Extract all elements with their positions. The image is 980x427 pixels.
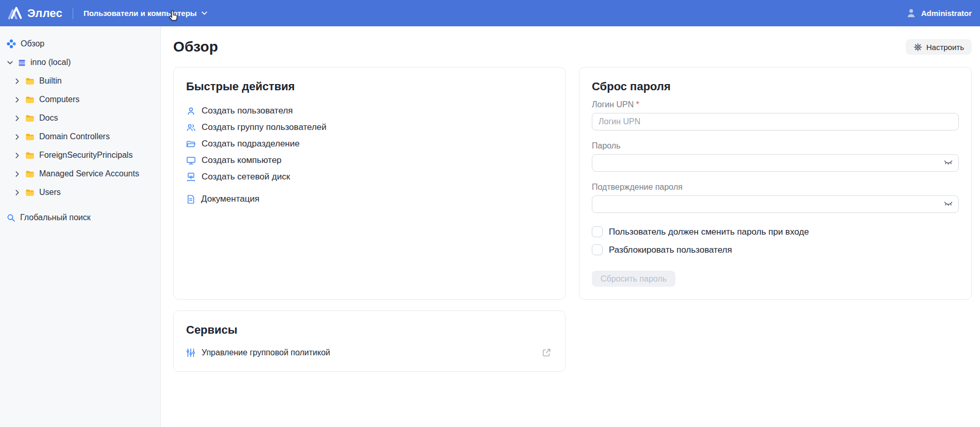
- folder-icon: [25, 96, 35, 104]
- user-avatar-icon: [906, 8, 917, 19]
- required-asterisk: *: [636, 100, 639, 109]
- sidebar-item-builtin[interactable]: Builtin: [0, 72, 160, 90]
- document-icon: [186, 194, 195, 204]
- chevron-down-icon: [201, 10, 208, 17]
- services-card: Сервисы Управление групповой политикой: [173, 310, 566, 372]
- tree-item-label: Users: [39, 188, 61, 197]
- tree-item-label: Managed Service Accounts: [39, 169, 139, 178]
- logo-text: Эллес: [27, 7, 62, 20]
- sidebar-item-global-search[interactable]: Глобальный поиск: [0, 208, 160, 227]
- must-change-password-checkbox[interactable]: [592, 226, 603, 237]
- unlock-user-checkbox[interactable]: [592, 244, 603, 255]
- user-name-label: Administrator: [921, 9, 972, 18]
- sidebar-item-computers[interactable]: Computers: [0, 90, 160, 109]
- folder-icon: [25, 114, 35, 122]
- checkbox-label: Пользователь должен сменить пароль при в…: [609, 227, 809, 237]
- tree-item-label: Docs: [39, 113, 58, 123]
- top-bar: Эллес Пользователи и компьютеры Administ…: [0, 0, 980, 26]
- tree-item-label: Computers: [39, 95, 79, 104]
- unlock-user-checkbox-row[interactable]: Разблокировать пользователя: [592, 244, 959, 255]
- eye-closed-icon: [944, 160, 953, 167]
- gear-icon: [913, 43, 922, 52]
- group-policy-service-link[interactable]: Управление групповой политикой: [186, 347, 553, 359]
- folder-icon: [25, 77, 35, 85]
- create-network-drive-link[interactable]: Создать сетевой диск: [186, 169, 553, 185]
- app-switcher-dropdown[interactable]: Пользователи и компьютеры: [84, 9, 208, 18]
- quick-action-label: Создать сетевой диск: [202, 172, 290, 182]
- user-menu[interactable]: Administrator: [906, 8, 972, 19]
- folder-icon: [25, 170, 35, 178]
- sidebar-item-overview[interactable]: Обзор: [0, 35, 160, 53]
- sidebar: Обзор inno (local) Builtin Computers Doc…: [0, 26, 161, 427]
- folder-icon: [25, 189, 35, 196]
- services-title: Сервисы: [186, 323, 553, 337]
- quick-action-label: Создать группу пользователей: [202, 122, 326, 133]
- documentation-link[interactable]: Документация: [186, 191, 553, 207]
- main-content: Обзор Настроить Быстрые действия: [161, 26, 980, 427]
- password-input[interactable]: [592, 154, 959, 172]
- quick-action-label: Создать пользователя: [202, 106, 293, 116]
- quick-actions-card: Быстрые действия Создать пользователя Со…: [173, 67, 566, 300]
- create-computer-link[interactable]: Создать компьютер: [186, 152, 553, 169]
- checkbox-label: Разблокировать пользователя: [609, 245, 732, 255]
- domain-icon: [18, 59, 26, 67]
- configure-button-label: Настроить: [926, 43, 964, 52]
- quick-action-label: Документация: [201, 194, 259, 204]
- overview-dots-icon: [7, 39, 16, 48]
- confirm-password-label: Подтверждение пароля: [592, 183, 959, 192]
- app-switcher-label: Пользователи и компьютеры: [84, 9, 197, 18]
- app-logo: Эллес: [7, 6, 62, 21]
- sidebar-item-domain-controllers[interactable]: Domain Controllers: [0, 127, 160, 146]
- page-title: Обзор: [173, 39, 218, 55]
- reset-password-button[interactable]: Сбросить пароль: [592, 271, 675, 287]
- quick-action-label: Создать подразделение: [202, 139, 300, 149]
- chevron-right-icon[interactable]: [14, 96, 21, 103]
- toggle-confirm-visibility-button[interactable]: [943, 200, 954, 209]
- chevron-right-icon[interactable]: [14, 134, 21, 140]
- chevron-right-icon[interactable]: [14, 115, 21, 122]
- service-label: Управление групповой политикой: [202, 348, 330, 357]
- folder-icon: [25, 133, 35, 141]
- chevron-right-icon[interactable]: [14, 152, 21, 159]
- open-folder-icon: [186, 140, 196, 149]
- chevron-down-icon[interactable]: [7, 59, 13, 66]
- user-group-icon: [186, 123, 196, 133]
- create-user-group-link[interactable]: Создать группу пользователей: [186, 119, 553, 136]
- toggle-password-visibility-button[interactable]: [943, 159, 954, 168]
- folder-icon: [25, 152, 35, 159]
- chevron-right-icon[interactable]: [14, 171, 21, 177]
- create-user-link[interactable]: Создать пользователя: [186, 103, 553, 119]
- upn-input[interactable]: [592, 113, 959, 130]
- must-change-password-checkbox-row[interactable]: Пользователь должен сменить пароль при в…: [592, 226, 959, 237]
- sliders-icon: [186, 348, 195, 357]
- sidebar-item-managed-service-accounts[interactable]: Managed Service Accounts: [0, 165, 160, 183]
- logo-icon: [7, 6, 23, 21]
- quick-actions-title: Быстрые действия: [186, 80, 553, 93]
- sidebar-item-foreign-security-principals[interactable]: ForeignSecurityPrincipals: [0, 146, 160, 165]
- upn-label: Логин UPN *: [592, 100, 959, 109]
- global-search-label: Глобальный поиск: [20, 213, 91, 222]
- user-icon: [186, 106, 196, 116]
- password-reset-title: Сброс пароля: [592, 80, 959, 93]
- password-reset-card: Сброс пароля Логин UPN * Пароль Подтверж…: [579, 67, 972, 300]
- network-drive-icon: [186, 172, 196, 182]
- sidebar-item-docs[interactable]: Docs: [0, 109, 160, 127]
- quick-action-label: Создать компьютер: [202, 155, 281, 166]
- tree-item-label: Domain Controllers: [39, 132, 110, 141]
- confirm-password-input[interactable]: [592, 195, 959, 213]
- tree-item-label: ForeignSecurityPrincipals: [39, 151, 132, 160]
- sidebar-item-users[interactable]: Users: [0, 183, 160, 202]
- tree-item-label: Builtin: [39, 76, 62, 86]
- create-org-unit-link[interactable]: Создать подразделение: [186, 136, 553, 152]
- sidebar-domain-node[interactable]: inno (local): [0, 53, 160, 72]
- search-icon: [7, 213, 15, 222]
- chevron-right-icon[interactable]: [14, 189, 21, 196]
- configure-button[interactable]: Настроить: [906, 39, 972, 55]
- external-link-icon[interactable]: [540, 347, 553, 359]
- sidebar-overview-label: Обзор: [21, 39, 44, 48]
- password-label: Пароль: [592, 141, 959, 151]
- sidebar-domain-label: inno (local): [30, 58, 71, 67]
- header-divider: [73, 8, 73, 19]
- chevron-right-icon[interactable]: [14, 78, 21, 85]
- eye-closed-icon: [944, 201, 953, 208]
